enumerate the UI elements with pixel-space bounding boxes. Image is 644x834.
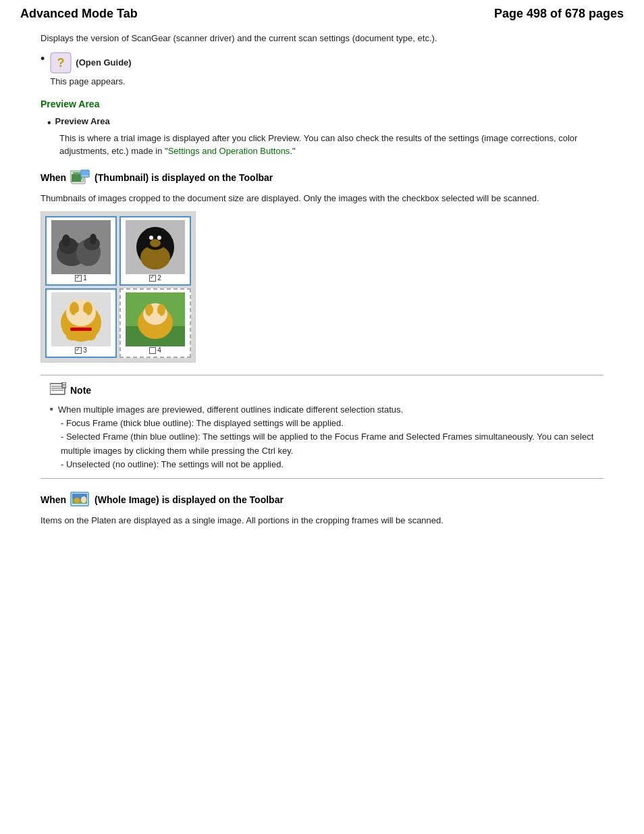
open-guide-content: ? (Open Guide) This page appears. — [50, 52, 131, 86]
whole-image-heading-after: (Whole Image) is displayed on the Toolba… — [95, 494, 284, 505]
svg-point-14 — [90, 234, 97, 244]
svg-point-21 — [150, 239, 161, 247]
thumbnail-heading-before: When — [41, 172, 66, 183]
whole-image-toolbar-icon — [70, 491, 90, 509]
note-sub-3: - Unselected (no outline): The settings … — [61, 458, 594, 471]
preview-desc-after: ." — [290, 146, 295, 156]
thumb-num-4: 4 — [157, 346, 161, 354]
question-mark-svg: ? — [50, 52, 72, 74]
svg-rect-30 — [70, 328, 92, 331]
svg-point-29 — [74, 311, 88, 322]
svg-point-20 — [157, 228, 167, 242]
svg-rect-7 — [82, 171, 88, 176]
page-title: Advanced Mode Tab — [20, 7, 138, 21]
svg-rect-5 — [72, 174, 81, 182]
bullet-dot2: • — [47, 116, 51, 129]
thumb-cell-1: 1 — [45, 216, 117, 286]
svg-rect-44 — [62, 382, 66, 388]
thumb-cell-2: 2 — [119, 216, 191, 286]
note-list: When multiple images are previewed, diff… — [50, 403, 594, 471]
thumbnail-icon-svg — [70, 169, 90, 186]
thumbnail-toolbar-icon — [70, 169, 90, 186]
thumb-label-4: 4 — [149, 346, 161, 354]
preview-area-heading: Preview Area — [41, 99, 603, 109]
whole-image-desc: Items on the Platen are displayed as a s… — [41, 514, 603, 527]
whole-image-heading: When (Whole Image) is displayed on the T… — [41, 491, 603, 509]
thumb-checkbox-2 — [149, 275, 156, 282]
note-sub-1: - Focus Frame (thick blue outline): The … — [61, 417, 594, 430]
dog2-svg — [126, 220, 185, 274]
intro-description: Displays the version of ScanGear (scanne… — [41, 32, 603, 45]
svg-point-22 — [149, 236, 153, 240]
note-item-1: When multiple images are previewed, diff… — [58, 403, 594, 471]
thumb-checkbox-1 — [75, 275, 82, 282]
bullet-dot: • — [41, 53, 45, 65]
thumb-checkbox-4 — [149, 347, 156, 354]
open-guide-item: • ? (Open Guide) This page appears. — [41, 52, 603, 86]
open-guide-icon: ? — [50, 52, 72, 74]
thumb-num-3: 3 — [83, 346, 87, 354]
thumb-checkbox-3 — [75, 347, 82, 354]
dog-image-2 — [126, 220, 185, 274]
dog4-svg — [126, 292, 185, 346]
preview-area-text: This is where a trial image is displayed… — [59, 132, 603, 158]
thumbnail-grid: 1 2 — [41, 211, 196, 363]
note-heading: Note — [50, 382, 594, 398]
svg-point-19 — [144, 228, 153, 242]
whole-image-icon-svg — [70, 491, 90, 509]
thumb-num-1: 1 — [83, 274, 87, 282]
svg-text:?: ? — [57, 56, 65, 70]
whole-image-heading-before: When — [41, 494, 66, 505]
thumb-cell-4: 4 — [119, 288, 191, 358]
svg-point-23 — [157, 236, 161, 240]
svg-point-32 — [85, 332, 96, 340]
note-icon — [50, 382, 66, 398]
note-item-1-main: When multiple images are previewed, diff… — [58, 405, 403, 415]
thumb-label-2: 2 — [149, 274, 161, 282]
svg-point-51 — [74, 498, 80, 503]
dog-image-3 — [51, 292, 111, 346]
page-header: Advanced Mode Tab Page 498 of 678 pages — [0, 0, 644, 25]
open-guide-line: ? (Open Guide) — [50, 52, 131, 74]
thumb-cell-3: 3 — [45, 288, 117, 358]
thumb-label-3: 3 — [75, 346, 87, 354]
note-icon-svg — [50, 382, 66, 396]
preview-desc-before: This is where a trial image is displayed… — [59, 133, 577, 157]
dog1-svg — [51, 220, 111, 274]
svg-point-13 — [62, 234, 70, 246]
svg-point-52 — [81, 496, 86, 503]
preview-area-bullet-line: • Preview Area — [47, 116, 603, 129]
note-box: Note When multiple images are previewed,… — [41, 375, 603, 479]
main-content: Displays the version of ScanGear (scanne… — [0, 25, 644, 554]
page-number: Page 498 of 678 pages — [494, 7, 624, 21]
thumbnail-heading: When (Thumbnail) is displayed on the Too… — [41, 169, 603, 186]
dog3-svg — [51, 292, 111, 346]
note-sub-2: - Selected Frame (thin blue outline): Th… — [61, 430, 594, 457]
preview-area-bullet: • Preview Area This is where a trial ima… — [47, 116, 603, 158]
thumb-label-1: 1 — [75, 274, 87, 282]
note-label: Note — [70, 385, 91, 396]
thumb-num-2: 2 — [157, 274, 161, 282]
preview-area-label: Preview Area — [55, 116, 110, 126]
thumbnail-desc: Thumbnails of images cropped to the docu… — [41, 192, 603, 205]
dog-image-1 — [51, 220, 111, 274]
open-guide-desc: This page appears. — [50, 76, 131, 86]
thumbnail-heading-after: (Thumbnail) is displayed on the Toolbar — [95, 172, 273, 183]
svg-point-31 — [66, 332, 77, 340]
settings-link[interactable]: Settings and Operation Buttons — [168, 146, 290, 156]
open-guide-label: (Open Guide) — [76, 57, 131, 68]
svg-point-39 — [150, 313, 161, 321]
dog-image-4 — [126, 292, 185, 346]
